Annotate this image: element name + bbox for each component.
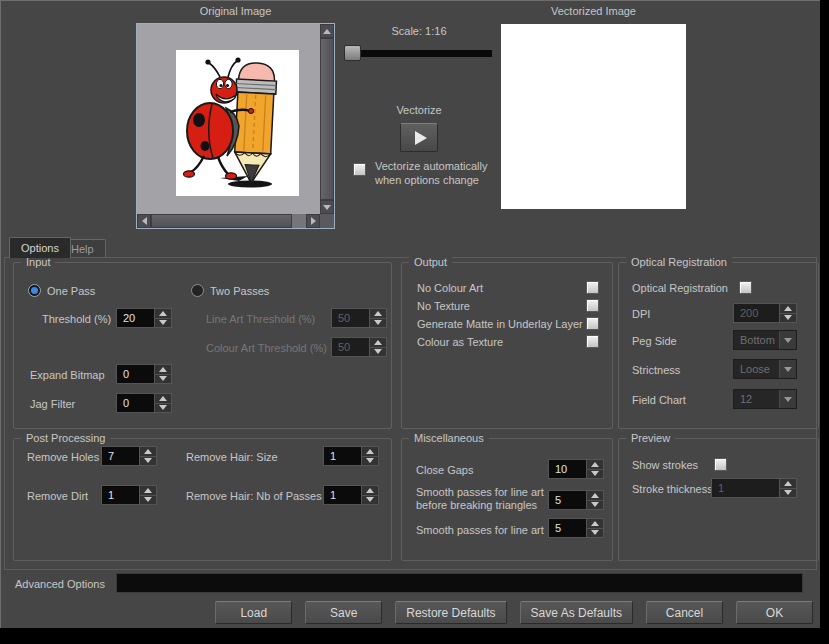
spin-up-icon[interactable] bbox=[362, 447, 378, 457]
advanced-options-field[interactable] bbox=[116, 573, 803, 593]
remove-dirt-label: Remove Dirt bbox=[27, 490, 88, 503]
smooth-before-value[interactable]: 5 bbox=[549, 491, 586, 509]
spin-down-icon[interactable] bbox=[370, 348, 386, 357]
stroke-thickness-value[interactable]: 1 bbox=[712, 479, 779, 497]
stroke-thickness-spinner[interactable]: 1 bbox=[711, 478, 797, 498]
close-gaps-spinner[interactable]: 10 bbox=[548, 459, 604, 479]
colour-art-threshold-spinner[interactable]: 50 bbox=[331, 337, 387, 357]
scroll-right-icon[interactable] bbox=[306, 214, 320, 228]
line-art-threshold-spinner[interactable]: 50 bbox=[331, 308, 387, 328]
remove-hair-size-spinner[interactable]: 1 bbox=[323, 446, 379, 466]
spin-down-icon[interactable] bbox=[370, 319, 386, 328]
smooth-before-spinner[interactable]: 5 bbox=[548, 490, 604, 510]
scroll-left-icon[interactable] bbox=[137, 214, 151, 228]
scroll-up-icon[interactable] bbox=[320, 24, 334, 38]
colour-as-texture-checkbox[interactable] bbox=[586, 335, 599, 348]
optical-registration-group-title: Optical Registration bbox=[626, 256, 732, 268]
cancel-button[interactable]: Cancel bbox=[646, 601, 723, 624]
vectorized-image-title: Vectorized Image bbox=[501, 5, 686, 18]
smooth-value[interactable]: 5 bbox=[549, 519, 586, 537]
spin-up-icon[interactable] bbox=[155, 365, 171, 375]
remove-dirt-value[interactable]: 1 bbox=[102, 486, 139, 504]
optical-registration-checkbox[interactable] bbox=[739, 281, 752, 294]
remove-hair-passes-spinner[interactable]: 1 bbox=[323, 485, 379, 505]
threshold-spinner[interactable]: 20 bbox=[116, 308, 172, 328]
dpi-value[interactable]: 200 bbox=[734, 304, 779, 322]
restore-defaults-button[interactable]: Restore Defaults bbox=[395, 601, 506, 624]
spin-down-icon[interactable] bbox=[140, 457, 156, 466]
spin-down-icon[interactable] bbox=[155, 319, 171, 328]
spin-up-icon[interactable] bbox=[587, 460, 603, 470]
remove-holes-value[interactable]: 7 bbox=[102, 447, 139, 465]
strictness-label: Strictness bbox=[632, 364, 680, 377]
jag-filter-value[interactable]: 0 bbox=[117, 394, 154, 412]
spin-up-icon[interactable] bbox=[140, 486, 156, 496]
close-gaps-value[interactable]: 10 bbox=[549, 460, 586, 478]
smooth-spinner[interactable]: 5 bbox=[548, 518, 604, 538]
vertical-scrollbar[interactable] bbox=[320, 24, 334, 214]
one-pass-radio[interactable] bbox=[28, 284, 41, 297]
spin-down-icon[interactable] bbox=[155, 375, 171, 384]
spin-up-icon[interactable] bbox=[370, 338, 386, 348]
combo-down-icon[interactable] bbox=[779, 360, 796, 378]
spin-up-icon[interactable] bbox=[370, 309, 386, 319]
dpi-spinner[interactable]: 200 bbox=[733, 303, 797, 323]
horizontal-scroll-thumb[interactable] bbox=[151, 214, 292, 228]
vertical-scroll-thumb[interactable] bbox=[320, 38, 334, 200]
no-colour-art-checkbox[interactable] bbox=[586, 281, 599, 294]
remove-holes-spinner[interactable]: 7 bbox=[101, 446, 157, 466]
spin-up-icon[interactable] bbox=[155, 394, 171, 404]
combo-down-icon[interactable] bbox=[779, 390, 796, 408]
threshold-label: Threshold (%) bbox=[42, 313, 111, 326]
spin-down-icon[interactable] bbox=[587, 470, 603, 479]
no-texture-checkbox[interactable] bbox=[586, 299, 599, 312]
spin-down-icon[interactable] bbox=[587, 501, 603, 510]
spin-down-icon[interactable] bbox=[587, 529, 603, 538]
threshold-value[interactable]: 20 bbox=[117, 309, 154, 327]
scroll-down-icon[interactable] bbox=[320, 200, 334, 214]
tab-options[interactable]: Options bbox=[9, 237, 71, 258]
scale-slider[interactable] bbox=[344, 50, 492, 57]
spin-down-icon[interactable] bbox=[362, 496, 378, 505]
spin-up-icon[interactable] bbox=[362, 486, 378, 496]
load-button[interactable]: Load bbox=[215, 601, 292, 624]
combo-down-icon[interactable] bbox=[779, 331, 796, 349]
peg-side-dropdown[interactable]: Bottom bbox=[733, 330, 797, 350]
spin-down-icon[interactable] bbox=[140, 496, 156, 505]
jag-filter-spinner[interactable]: 0 bbox=[116, 393, 172, 413]
spin-down-icon[interactable] bbox=[155, 404, 171, 413]
smooth-before-label-line2: before breaking triangles bbox=[416, 499, 537, 512]
spin-up-icon[interactable] bbox=[140, 447, 156, 457]
vectorize-button[interactable] bbox=[400, 123, 438, 152]
spin-up-icon[interactable] bbox=[587, 491, 603, 501]
field-chart-dropdown[interactable]: 12 bbox=[733, 389, 797, 409]
spin-up-icon[interactable] bbox=[155, 309, 171, 319]
remove-dirt-spinner[interactable]: 1 bbox=[101, 485, 157, 505]
show-strokes-checkbox[interactable] bbox=[714, 458, 727, 471]
spin-down-icon[interactable] bbox=[780, 489, 796, 498]
remove-hair-size-value[interactable]: 1 bbox=[324, 447, 361, 465]
remove-hair-passes-value[interactable]: 1 bbox=[324, 486, 361, 504]
strictness-dropdown[interactable]: Loose bbox=[733, 359, 797, 379]
horizontal-scrollbar[interactable] bbox=[137, 214, 320, 228]
save-button[interactable]: Save bbox=[305, 601, 382, 624]
colour-art-threshold-value[interactable]: 50 bbox=[332, 338, 369, 356]
colour-art-threshold-label: Colour Art Threshold (%) bbox=[206, 342, 327, 355]
two-passes-radio[interactable] bbox=[191, 284, 204, 297]
expand-bitmap-value[interactable]: 0 bbox=[117, 365, 154, 383]
close-gaps-label: Close Gaps bbox=[416, 464, 473, 477]
save-as-defaults-button[interactable]: Save As Defaults bbox=[520, 601, 633, 624]
spin-up-icon[interactable] bbox=[780, 479, 796, 489]
spin-up-icon[interactable] bbox=[587, 519, 603, 529]
auto-vectorize-checkbox[interactable] bbox=[353, 163, 366, 176]
spin-down-icon[interactable] bbox=[780, 314, 796, 323]
ok-button[interactable]: OK bbox=[736, 601, 813, 624]
generate-matte-checkbox[interactable] bbox=[586, 317, 599, 330]
preview-group-title: Preview bbox=[626, 432, 675, 444]
dpi-label: DPI bbox=[632, 308, 650, 321]
spin-down-icon[interactable] bbox=[362, 457, 378, 466]
line-art-threshold-value[interactable]: 50 bbox=[332, 309, 369, 327]
spin-up-icon[interactable] bbox=[780, 304, 796, 314]
expand-bitmap-spinner[interactable]: 0 bbox=[116, 364, 172, 384]
scale-slider-handle[interactable] bbox=[344, 45, 361, 61]
